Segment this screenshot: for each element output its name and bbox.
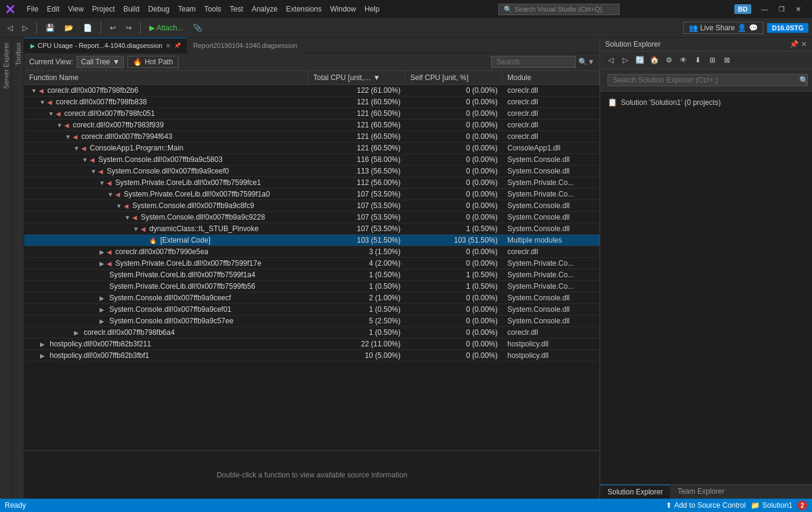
expand-icon[interactable]: ▼ [64,133,72,140]
solution-item[interactable]: 📋 Solution 'Solution1' (0 projects) [605,96,807,108]
panel-back-btn[interactable]: ◁ [604,53,617,67]
menu-debug[interactable]: Debug [144,4,173,15]
toolbar-open[interactable]: 📂 [61,22,77,33]
expand-icon[interactable]: ▼ [47,110,55,117]
panel-refresh-btn[interactable]: 🔄 [633,53,646,67]
panel-home-btn[interactable]: 🏠 [648,53,661,67]
tab-report[interactable]: Report20190104-1040.diagsession [187,38,303,53]
expand-icon[interactable]: ▶ [39,341,46,348]
search-input[interactable] [491,56,576,68]
solution-explorer-search[interactable] [607,74,808,86]
live-share-button[interactable]: 👥 Live Share 👤 💬 [683,22,763,34]
source-control-button[interactable]: ⬆ Add to Source Control [666,501,746,510]
header-self-cpu[interactable]: Self CPU [unit, %] [405,71,502,84]
table-row[interactable]: ▼◀coreclr.dll!0x007ffb7994f643121 (60.50… [24,131,600,143]
table-row[interactable]: ▼◀System.Console.dll!0x007ffb9a9c5803116… [24,154,600,166]
header-total-cpu[interactable]: Total CPU [unit,… ▼ [308,71,405,84]
menu-analyze[interactable]: Analyze [248,4,282,15]
close-btn[interactable]: ✕ [790,1,807,18]
table-row[interactable]: ▶hostpolicy.dll!0x007ffb82b3fbf110 (5.00… [24,350,600,362]
expand-icon[interactable]: ▶ [98,295,106,301]
restore-btn[interactable]: ❐ [773,1,790,18]
toolbar-back[interactable]: ◁ [4,22,16,33]
menu-build[interactable]: Build [120,4,143,15]
table-row[interactable]: ▶◀System.Private.CoreLib.dll!0x007ffb759… [24,258,600,269]
menu-edit[interactable]: Edit [43,4,63,15]
expand-icon[interactable]: ▼ [73,145,80,152]
header-function-name[interactable]: Function Name [24,71,308,84]
table-row[interactable]: ▼◀coreclr.dll!0x007ffb798fc051121 (60.50… [24,108,600,120]
table-row[interactable]: ▶coreclr.dll!0x007ffb798fb6a41 (0.50%)0 … [24,327,600,339]
table-row[interactable]: ▼◀System.Console.dll!0x007ffb9a9c8fc9107… [24,200,600,212]
menu-test[interactable]: Test [226,4,247,15]
toolbox-tab[interactable]: Toolbox [13,38,23,70]
server-explorer-tab[interactable]: Server Explorer [1,38,11,93]
table-row[interactable]: ▼◀ConsoleApp1.Program::Main121 (60.50%)0… [24,143,600,154]
table-row[interactable]: 🔥[External Code]103 (51.50%)103 (51.50%)… [24,235,600,246]
panel-new-solution-btn[interactable]: ⊞ [706,53,719,67]
table-row[interactable]: ▶◀coreclr.dll!0x007ffb7990e5ea3 (1.50%)0… [24,246,600,258]
menu-project[interactable]: Project [89,4,118,15]
table-row[interactable]: System.Private.CoreLib.dll!0x007ffb7599f… [24,269,600,281]
table-row[interactable]: ▶System.Console.dll!0x007ffb9a9cef011 (0… [24,304,600,315]
table-row[interactable]: ▼◀coreclr.dll!0x007ffb798fb838121 (60.50… [24,96,600,108]
expand-icon[interactable]: ▼ [30,87,38,94]
title-search-box[interactable]: 🔍 Search Visual Studio (Ctrl+Q) [498,4,620,15]
tab-pin-1[interactable]: 📌 [174,42,181,49]
header-module[interactable]: Module [502,71,600,84]
table-row[interactable]: ▼◀System.Console.dll!0x007ffb9a9c9228107… [24,212,600,223]
toolbar-new[interactable]: 📄 [80,22,96,33]
toolbar-save[interactable]: 💾 [42,22,58,33]
minimize-btn[interactable]: — [756,1,773,18]
hot-path-button[interactable]: 🔥 Hot Path [127,56,178,68]
toolbar-undo[interactable]: ↩ [106,22,120,33]
menu-tools[interactable]: Tools [201,4,225,15]
menu-file[interactable]: File [23,4,42,15]
table-row[interactable]: System.Private.CoreLib.dll!0x007ffb7599f… [24,281,600,292]
table-row[interactable]: ▶System.Console.dll!0x007ffb9a9c57ee5 (2… [24,315,600,327]
expand-icon[interactable]: ▶ [73,329,80,336]
tab-cpu-usage[interactable]: ▶ CPU Usage - Report...4-1040.diagsessio… [24,38,187,53]
table-row[interactable]: ▼◀coreclr.dll!0x007ffb7983f939121 (60.50… [24,120,600,131]
expand-icon[interactable]: ▼ [81,157,89,163]
expand-icon[interactable]: ▼ [98,180,106,186]
panel-forward-btn[interactable]: ▷ [618,53,632,67]
expand-icon[interactable]: ▼ [39,99,46,106]
menu-team[interactable]: Team [174,4,199,15]
toolbar-attach[interactable]: 📎 [189,22,206,33]
expand-icon[interactable]: ▼ [115,203,123,209]
expand-icon[interactable]: ▼ [132,226,140,232]
expand-icon[interactable]: ▼ [107,191,114,198]
menu-help[interactable]: Help [361,4,384,15]
panel-tab-solution-explorer[interactable]: Solution Explorer [600,485,670,499]
toolbar-forward[interactable]: ▷ [19,22,32,33]
menu-window[interactable]: Window [326,4,360,15]
expand-icon[interactable]: ▶ [98,306,106,313]
panel-close-icon[interactable]: ✕ [801,40,807,49]
panel-search-icon[interactable]: 🔍 [799,76,808,84]
panel-tab-team-explorer[interactable]: Team Explorer [670,485,731,499]
expand-icon[interactable]: ▼ [90,168,97,175]
view-dropdown[interactable]: Call Tree ▼ [76,56,124,68]
panel-settings-btn[interactable]: ⚙ [662,53,675,67]
table-row[interactable]: ▼◀coreclr.dll!0x007ffb798fb2b6122 (61.00… [24,85,600,96]
expand-icon[interactable]: ▼ [124,214,131,221]
expand-icon[interactable]: ▶ [98,260,106,267]
table-row[interactable]: ▼◀System.Private.CoreLib.dll!0x007ffb759… [24,189,600,200]
toolbar-start[interactable]: ▶ Attach... [146,22,187,33]
table-row[interactable]: ▼◀System.Private.CoreLib.dll!0x007ffb759… [24,177,600,189]
table-row[interactable]: ▼◀dynamicClass::IL_STUB_PInvoke107 (53.5… [24,223,600,235]
tab-close-1[interactable]: ✕ [164,42,172,50]
table-row[interactable]: ▶hostpolicy.dll!0x007ffb82b3f21122 (11.0… [24,339,600,350]
panel-close-btn[interactable]: ⊠ [720,53,734,67]
menu-view[interactable]: View [64,4,87,15]
panel-show-all-btn[interactable]: 👁 [677,53,690,67]
expand-icon[interactable]: ▶ [98,249,106,255]
table-row[interactable]: ▶System.Console.dll!0x007ffb9a9ceecf2 (1… [24,292,600,304]
expand-icon[interactable]: ▶ [98,318,106,325]
expand-icon[interactable]: ▼ [56,122,63,129]
table-row[interactable]: ▼◀System.Console.dll!0x007ffb9a9ceef0113… [24,166,600,177]
search-options-icon[interactable]: 🔍▼ [578,58,595,66]
expand-icon[interactable]: ▶ [39,352,46,359]
panel-pin-icon[interactable]: 📌 [790,40,799,49]
